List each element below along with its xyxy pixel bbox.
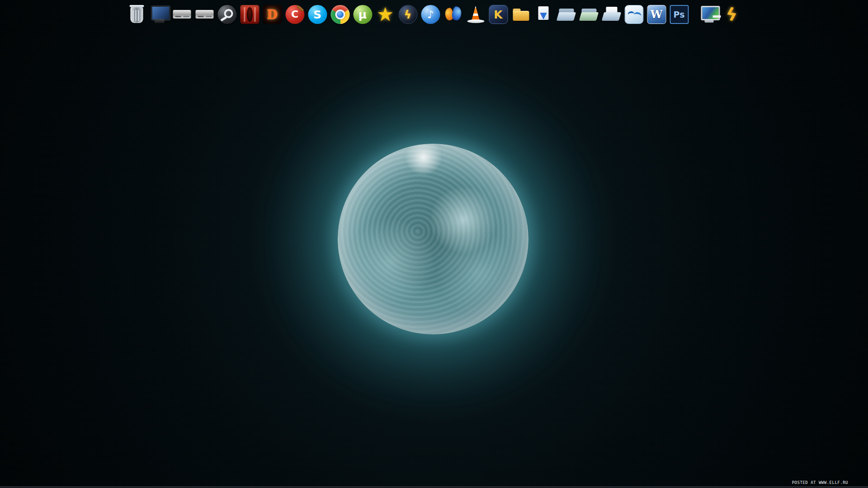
documents-folder-icon: [511, 5, 530, 24]
daemon-tools-dock-item[interactable]: ϟ: [397, 3, 419, 26]
external-drive-dock-item[interactable]: [171, 3, 193, 26]
desktop: DCSµ★ϟ♪K▼WPsϟ POSTED AT WWW.ELLF.RU: [0, 0, 868, 488]
lightning-utility-glyph: ϟ: [724, 5, 738, 24]
folder-documents-icon: [602, 5, 621, 24]
folder-documents-dock-item[interactable]: [601, 3, 622, 26]
photoshop-icon: Ps: [670, 5, 689, 24]
downloads-icon: ▼: [534, 5, 553, 24]
ms-word-glyph: W: [651, 9, 663, 20]
display-settings-dock-item[interactable]: [698, 3, 720, 26]
hidden-taskbar[interactable]: [0, 486, 868, 488]
folder-open-b-dock-item[interactable]: [578, 3, 599, 26]
steam-icon: [217, 5, 236, 24]
folder-open-a-dock-item[interactable]: [556, 3, 577, 26]
dock: DCSµ★ϟ♪K▼WPsϟ: [126, 3, 742, 26]
msn-butterfly-dock-item[interactable]: [443, 3, 464, 26]
downloads-dock-item[interactable]: ▼: [533, 3, 554, 26]
chrome-icon: [330, 5, 349, 24]
chrome-dock-item[interactable]: [330, 3, 351, 26]
ice-sphere-wallpaper: [338, 144, 528, 334]
red-action-game-icon: [240, 5, 259, 24]
wallpaper-credit: POSTED AT WWW.ELLF.RU: [792, 480, 848, 485]
lightning-utility-dock-item[interactable]: ϟ: [721, 3, 742, 26]
ccleaner-icon: C: [285, 5, 304, 24]
skype-icon: S: [308, 5, 327, 24]
ms-word-icon: W: [647, 5, 666, 24]
favorites-star-glyph: ★: [377, 5, 394, 24]
red-action-game-dock-item[interactable]: [239, 3, 260, 26]
itunes-glyph: ♪: [427, 9, 434, 20]
folder-open-b-icon: [579, 5, 598, 24]
recycle-bin-icon: [130, 7, 143, 23]
utorrent-icon: µ: [353, 5, 372, 24]
itunes-dock-item[interactable]: ♪: [420, 3, 441, 26]
photoshop-dock-item[interactable]: Ps: [669, 3, 690, 26]
photoshop-glyph: Ps: [674, 10, 685, 19]
recycle-bin-dock-item[interactable]: [126, 3, 147, 26]
skype-glyph: S: [313, 9, 321, 20]
itunes-icon: ♪: [421, 5, 440, 24]
utorrent-dock-item[interactable]: µ: [352, 3, 373, 26]
kmplayer-icon: K: [489, 5, 508, 24]
ms-word-dock-item[interactable]: W: [646, 3, 667, 26]
skype-dock-item[interactable]: S: [307, 3, 328, 26]
openoffice-icon: [624, 5, 643, 24]
diablo-dock-item[interactable]: D: [262, 3, 283, 26]
display-settings-icon: [699, 5, 718, 24]
folder-open-a-icon: [557, 5, 576, 24]
daemon-tools-icon: ϟ: [398, 5, 417, 24]
documents-folder-dock-item[interactable]: [510, 3, 532, 26]
hard-drive-dock-item[interactable]: [194, 3, 215, 26]
openoffice-dock-item[interactable]: [623, 3, 645, 26]
vlc-icon: [466, 5, 485, 24]
my-computer-icon: [150, 5, 169, 24]
diablo-glyph: D: [267, 9, 277, 21]
utorrent-glyph: µ: [359, 9, 367, 20]
diablo-icon: D: [263, 5, 282, 24]
favorites-star-dock-item[interactable]: ★: [375, 3, 396, 26]
vlc-dock-item[interactable]: [465, 3, 486, 26]
daemon-tools-glyph: ϟ: [404, 9, 412, 20]
favorites-star-icon: ★: [376, 5, 395, 24]
ccleaner-dock-item[interactable]: C: [284, 3, 306, 26]
external-drive-icon: [172, 5, 191, 24]
lightning-utility-icon: ϟ: [722, 5, 741, 24]
msn-butterfly-icon: [443, 5, 462, 24]
downloads-glyph: ▼: [540, 11, 547, 20]
my-computer-dock-item[interactable]: [149, 3, 170, 26]
kmplayer-glyph: K: [494, 9, 502, 20]
hard-drive-icon: [195, 5, 214, 24]
kmplayer-dock-item[interactable]: K: [488, 3, 509, 26]
steam-dock-item[interactable]: [217, 3, 238, 26]
ccleaner-glyph: C: [291, 9, 298, 19]
